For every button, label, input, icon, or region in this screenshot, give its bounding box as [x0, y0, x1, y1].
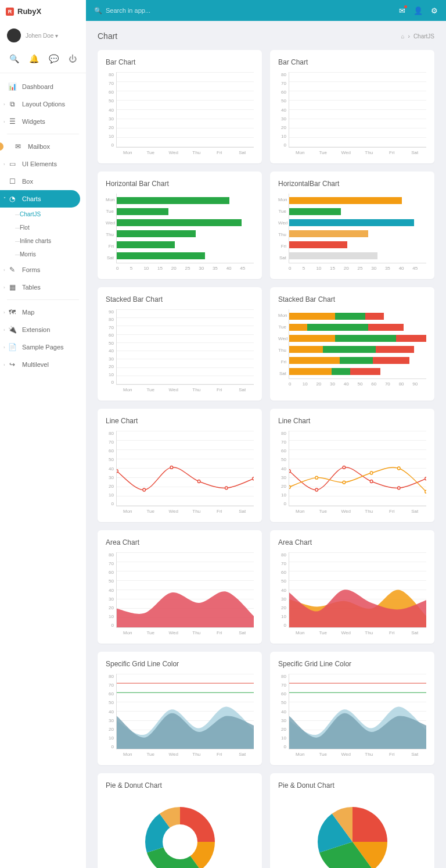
- chat-icon[interactable]: 💬: [49, 54, 59, 63]
- card-line1: Line Chart 80706050403020100MonTueWedThu…: [98, 409, 262, 522]
- breadcrumb: ⌂ › ChartJS: [401, 33, 434, 40]
- topbar-user-icon[interactable]: 👤: [413, 6, 423, 15]
- avatar: [7, 28, 21, 42]
- card-title: Pie & Donut Chart: [278, 781, 426, 790]
- card-pie2: Pie & Donut Chart: [270, 773, 434, 868]
- card-title: Line Chart: [278, 417, 426, 425]
- dashboard-icon: 📊: [8, 83, 16, 91]
- page-title: Chart: [98, 31, 117, 41]
- nav-inline[interactable]: —Inline charts: [12, 234, 86, 248]
- svg-point-14: [343, 481, 346, 484]
- card-title: Area Chart: [106, 538, 254, 546]
- svg-point-3: [197, 480, 200, 483]
- card-stk2: Stacked Bar Chart MonTueWedThuFriSat0102…: [270, 287, 434, 401]
- search-icon[interactable]: 🔍: [9, 54, 19, 63]
- nav-layout[interactable]: ›⧉Layout Options: [0, 95, 86, 113]
- svg-point-9: [370, 480, 373, 483]
- tables-icon: ▦: [8, 283, 16, 291]
- sidebar: R RubyX Johen Doe ▾ 🔍 🔔 💬 ⏻ 📊Dashboard ›…: [0, 0, 86, 868]
- extension-icon: 🔌: [8, 326, 16, 334]
- svg-point-15: [370, 471, 373, 474]
- user-menu[interactable]: Johen Doe ▾: [0, 23, 86, 48]
- card-title: Bar Chart: [278, 58, 426, 66]
- main: 🔍 ✉ 👤 ⚙ Chart ⌂ › ChartJS Bar Chart 8070…: [86, 0, 446, 868]
- logo-text: RubyX: [17, 7, 41, 16]
- card-area2: Area Chart 80706050403020100MonTueWedThu…: [270, 530, 434, 644]
- card-title: Specific Grid Line Color: [278, 660, 426, 668]
- nav-map[interactable]: ›🗺Map: [0, 303, 86, 321]
- card-title: Line Chart: [106, 417, 254, 425]
- logo-icon: R: [6, 8, 14, 16]
- charts-icon: ◔: [8, 195, 16, 203]
- card-title: Bar Chart: [106, 58, 254, 66]
- search[interactable]: 🔍: [94, 7, 399, 15]
- card-title: Stacked Bar Chart: [106, 295, 254, 303]
- search-icon: 🔍: [94, 7, 102, 15]
- svg-point-8: [343, 466, 346, 469]
- svg-point-11: [425, 477, 426, 480]
- multilevel-icon: ↪: [8, 360, 16, 369]
- card-title: Stacked Bar Chart: [278, 295, 426, 303]
- card-hbar1: Horizontal Bar Chart MonTueWedThuFriSat0…: [98, 172, 262, 279]
- nav-box[interactable]: ☐Box: [0, 173, 86, 190]
- breadcrumb-current: ChartJS: [413, 33, 434, 40]
- logo[interactable]: R RubyX: [0, 0, 86, 23]
- topbar-settings-icon[interactable]: ⚙: [431, 6, 438, 15]
- svg-point-5: [253, 477, 254, 480]
- svg-point-1: [143, 488, 146, 491]
- nav: 📊Dashboard ›⧉Layout Options ›☰Widgets ✉M…: [0, 73, 86, 378]
- card-stk1: Stacked Bar Chart 9080706050403020100Mon…: [98, 287, 262, 401]
- nav-tables[interactable]: ›▦Tables: [0, 278, 86, 296]
- svg-point-16: [398, 467, 401, 470]
- svg-point-4: [225, 487, 228, 490]
- ui-icon: ▭: [8, 160, 16, 168]
- layout-icon: ⧉: [8, 100, 16, 108]
- svg-point-0: [117, 470, 118, 473]
- nav-extension[interactable]: ›🔌Extension: [0, 321, 86, 338]
- card-bar2: Bar Chart 80706050403020100MonTueWedThuF…: [270, 50, 434, 163]
- nav-sample[interactable]: ›📄Sample Pages: [0, 338, 86, 356]
- user-name: Johen Doe ▾: [26, 33, 58, 39]
- card-title: Area Chart: [278, 538, 426, 546]
- nav-flot[interactable]: —Flot: [12, 221, 86, 234]
- pages-icon: 📄: [8, 343, 16, 351]
- nav-dashboard[interactable]: 📊Dashboard: [0, 78, 86, 95]
- svg-point-12: [289, 485, 290, 488]
- card-grid1: Specific Grid Line Color 807060504030201…: [98, 652, 262, 765]
- card-title: Horizontal Bar Chart: [106, 180, 254, 188]
- quick-icons: 🔍 🔔 💬 ⏻: [0, 48, 86, 73]
- card-line2: Line Chart 80706050403020100MonTueWedThu…: [270, 409, 434, 522]
- nav-forms[interactable]: ›✎Forms: [0, 261, 86, 278]
- card-title: Specific Grid Line Color: [106, 660, 254, 668]
- svg-point-13: [315, 476, 318, 479]
- box-icon: ☐: [8, 177, 16, 185]
- svg-point-22: [163, 824, 197, 859]
- nav-chartjs[interactable]: —ChartJS: [12, 208, 86, 221]
- nav-widgets[interactable]: ›☰Widgets: [0, 113, 86, 130]
- svg-point-6: [289, 470, 290, 473]
- card-grid2: Specific Grid Line Color 807060504030201…: [270, 652, 434, 765]
- svg-point-17: [425, 490, 426, 493]
- bell-icon[interactable]: 🔔: [29, 54, 39, 63]
- search-input[interactable]: [106, 7, 399, 14]
- svg-point-7: [315, 488, 318, 491]
- card-pie1: Pie & Donut Chart: [98, 773, 262, 868]
- power-icon[interactable]: ⏻: [69, 54, 77, 63]
- nav-mailbox[interactable]: ✉Mailbox: [0, 138, 86, 155]
- card-hbar2: HorizontalBar Chart MonTueWedThuFriSat05…: [270, 172, 434, 279]
- nav-ui[interactable]: ›▭UI Elements: [0, 155, 86, 173]
- mail-icon: ✉: [14, 142, 22, 151]
- svg-point-10: [398, 487, 401, 490]
- nav-multilevel[interactable]: ›↪Multilevel: [0, 356, 86, 373]
- map-icon: 🗺: [8, 308, 16, 316]
- forms-icon: ✎: [8, 266, 16, 274]
- card-title: Pie & Donut Chart: [106, 781, 254, 790]
- svg-point-2: [170, 466, 173, 469]
- breadcrumb-home[interactable]: ⌂: [401, 33, 404, 40]
- card-bar1: Bar Chart 80706050403020100MonTueWedThuF…: [98, 50, 262, 163]
- nav-charts[interactable]: ˅◔Charts: [0, 190, 80, 208]
- topbar-mail-icon[interactable]: ✉: [399, 6, 405, 15]
- card-area1: Area Chart 80706050403020100MonTueWedThu…: [98, 530, 262, 644]
- card-title: HorizontalBar Chart: [278, 180, 426, 188]
- nav-morris[interactable]: —Morris: [12, 248, 86, 261]
